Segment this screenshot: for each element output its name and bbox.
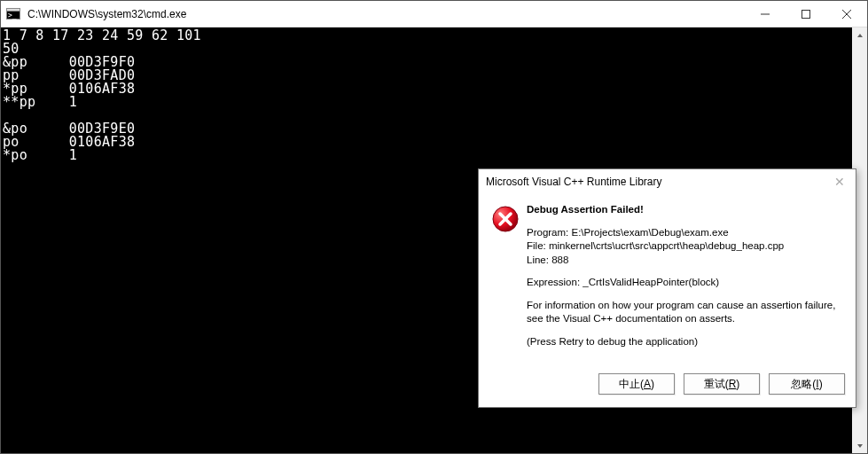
dialog-info: For information on how your program can … [527, 299, 843, 326]
dialog-close-button[interactable]: ✕ [831, 175, 848, 189]
dialog-title: Microsoft Visual C++ Runtime Library [486, 176, 831, 188]
dialog-message: Debug Assertion Failed! Program: E:\Proj… [527, 203, 843, 357]
close-button[interactable] [826, 1, 867, 27]
window-controls [745, 1, 867, 27]
dialog-button-row: 中止(A) 重试(R) 忽略(I) [479, 364, 856, 407]
error-icon [491, 203, 527, 357]
svg-marker-7 [857, 34, 863, 37]
scroll-up-button[interactable] [852, 27, 867, 43]
dialog-expression: Expression: _CrtIsValidHeapPointer(block… [527, 276, 843, 290]
svg-rect-4 [802, 10, 810, 18]
svg-marker-8 [857, 444, 863, 448]
maximize-button[interactable] [786, 1, 826, 27]
retry-button[interactable]: 重试(R) [684, 373, 760, 395]
titlebar: >_ C:\WINDOWS\system32\cmd.exe [1, 1, 867, 27]
abort-button[interactable]: 中止(A) [598, 373, 675, 395]
runtime-error-dialog: Microsoft Visual C++ Runtime Library ✕ D… [478, 168, 856, 408]
minimize-button[interactable] [745, 1, 786, 27]
cmd-icon: >_ [6, 7, 20, 21]
window-title: C:\WINDOWS\system32\cmd.exe [26, 8, 745, 20]
ignore-button[interactable]: 忽略(I) [769, 373, 845, 395]
dialog-heading: Debug Assertion Failed! [527, 203, 843, 217]
dialog-program-block: Program: E:\Projects\exam\Debug\exam.exe… [527, 226, 843, 268]
dialog-body: Debug Assertion Failed! Program: E:\Proj… [479, 194, 856, 364]
scroll-down-button[interactable] [852, 438, 867, 453]
dialog-retry-hint: (Press Retry to debug the application) [527, 335, 843, 349]
svg-text:>_: >_ [8, 12, 17, 20]
dialog-titlebar: Microsoft Visual C++ Runtime Library ✕ [479, 169, 856, 194]
